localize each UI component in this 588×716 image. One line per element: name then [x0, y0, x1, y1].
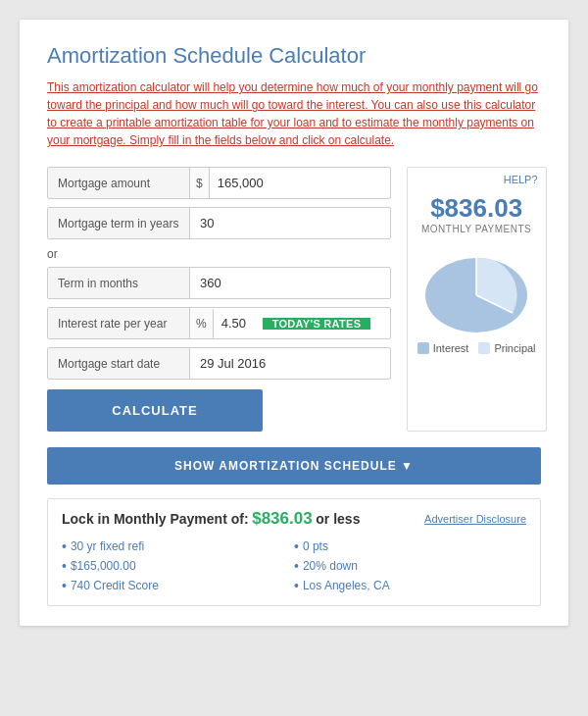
lock-less: or less — [316, 511, 360, 527]
list-item: • Los Angeles, CA — [294, 578, 526, 593]
detail-label-6: Los Angeles, CA — [303, 579, 390, 592]
interest-legend-label: Interest — [433, 342, 469, 354]
calculate-button[interactable]: CALCULATE — [47, 389, 263, 432]
lock-amount: $836.03 — [252, 509, 312, 528]
mortgage-amount-label: Mortgage amount — [48, 168, 190, 198]
principal-legend-item: Principal — [478, 342, 535, 354]
list-item: • 20% down — [294, 558, 526, 574]
interest-rate-symbol: % — [190, 309, 214, 338]
lock-details: • 30 yr fixed refi • 0 pts • $165,000.00… — [62, 538, 526, 593]
interest-legend-item: Interest — [417, 342, 469, 354]
help-link[interactable]: HELP? — [504, 174, 538, 185]
bullet-icon: • — [294, 538, 299, 554]
bullet-icon: • — [62, 578, 67, 593]
page-title: Amortization Schedule Calculator — [47, 43, 541, 69]
bullet-icon: • — [62, 558, 67, 574]
bullet-icon: • — [294, 578, 299, 593]
rate-input-wrap: % TODAY'S RATES — [190, 308, 390, 338]
mortgage-start-date-input[interactable] — [190, 348, 390, 379]
monthly-label: MONTHLY PAYMENTS — [421, 224, 531, 234]
mortgage-term-years-row: Mortgage term in years — [47, 207, 391, 239]
mortgage-start-date-row: Mortgage start date — [47, 347, 391, 380]
mortgage-amount-symbol: $ — [190, 168, 210, 198]
mortgage-term-years-label: Mortgage term in years — [48, 208, 190, 238]
monthly-amount: $836.03 — [430, 193, 522, 224]
list-item: • 30 yr fixed refi — [62, 538, 294, 554]
list-item: • $165,000.00 — [62, 558, 294, 574]
mortgage-amount-row: Mortgage amount $ — [47, 167, 391, 199]
page-description: This amortization calculator will help y… — [47, 78, 541, 149]
interest-rate-row: Interest rate per year % TODAY'S RATES — [47, 307, 391, 339]
or-text: or — [47, 247, 391, 261]
detail-label-2: 0 pts — [303, 539, 328, 553]
advertiser-disclosure-link[interactable]: Advertiser Disclosure — [424, 513, 526, 525]
list-item: • 740 Credit Score — [62, 578, 294, 593]
detail-label-5: 740 Credit Score — [71, 579, 159, 592]
bullet-icon: • — [294, 558, 299, 574]
detail-label-1: 30 yr fixed refi — [71, 539, 144, 553]
chart-legend: Interest Principal — [417, 342, 536, 354]
pie-chart — [417, 246, 535, 334]
show-amortization-button[interactable]: SHOW AMORTIZATION SCHEDULE ▼ — [47, 447, 541, 485]
bullet-icon: • — [62, 538, 67, 554]
term-months-input[interactable] — [190, 268, 390, 298]
interest-rate-label: Interest rate per year — [48, 308, 190, 338]
interest-rate-input[interactable] — [214, 308, 263, 338]
term-months-label: Term in months — [48, 268, 190, 298]
right-panel: HELP? $836.03 MONTHLY PAYMENTS Inte — [407, 167, 547, 432]
detail-label-4: 20% down — [303, 559, 358, 573]
list-item: • 0 pts — [294, 538, 526, 554]
mortgage-start-date-label: Mortgage start date — [48, 348, 190, 379]
lock-title: Lock in Monthly Payment of: — [62, 511, 249, 527]
today-rates-button[interactable]: TODAY'S RATES — [263, 318, 371, 330]
left-panel: Mortgage amount $ Mortgage term in years… — [47, 167, 391, 432]
detail-label-3: $165,000.00 — [71, 559, 136, 573]
main-card: Amortization Schedule Calculator This am… — [20, 20, 568, 626]
mortgage-term-years-input[interactable] — [190, 208, 390, 238]
term-months-row: Term in months — [47, 267, 391, 299]
lock-section: Lock in Monthly Payment of: $836.03 or l… — [47, 498, 541, 606]
lock-title-area: Lock in Monthly Payment of: $836.03 or l… — [62, 509, 360, 529]
lock-header: Lock in Monthly Payment of: $836.03 or l… — [62, 509, 526, 529]
mortgage-amount-input[interactable] — [210, 168, 390, 198]
principal-legend-box — [478, 342, 490, 354]
principal-legend-label: Principal — [494, 342, 535, 354]
main-area: Mortgage amount $ Mortgage term in years… — [47, 167, 541, 432]
interest-legend-box — [417, 342, 429, 354]
